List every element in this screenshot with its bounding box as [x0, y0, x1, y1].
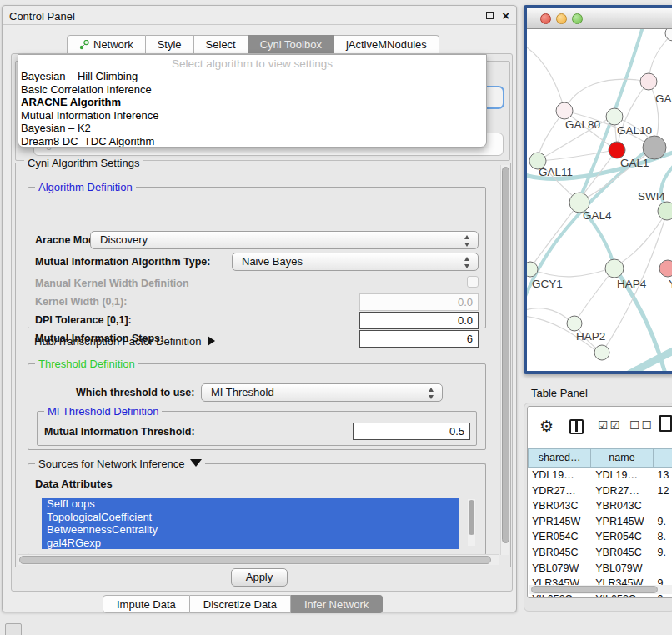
node-label: GAL — [655, 92, 672, 105]
kernel-width-field[interactable]: 0.0 — [359, 293, 479, 311]
node-hap4[interactable] — [605, 259, 624, 278]
zoom-traffic-light[interactable] — [572, 13, 583, 24]
close-window-icon[interactable]: × — [502, 8, 509, 22]
hub-definition-toggle[interactable]: Hub/Transcription Factor Definition — [34, 335, 215, 348]
cell: YBR043C — [528, 498, 591, 514]
network-canvas[interactable]: GAL GAL80 GAL10 GAL1 GAL11 SWI4 GAL4 GCY… — [527, 29, 672, 371]
sources-box: Sources for Network Inference Data Attri… — [28, 463, 486, 555]
mi-threshold-definition-box: MI Threshold Definition Mutual Informati… — [37, 411, 477, 446]
menu-item-bayesian-hill-climbing[interactable]: Bayesian – Hill Climbing — [18, 70, 486, 83]
aracne-mode-combo[interactable]: Discovery — [90, 231, 479, 249]
node-salmon[interactable] — [659, 260, 672, 277]
cell: YBL079W — [591, 561, 653, 577]
tab-style[interactable]: Style — [146, 35, 194, 54]
list-item-selfloops[interactable]: SelfLoops — [42, 498, 459, 511]
table-row[interactable]: YDL19… YDL19… 13 — [528, 468, 672, 483]
column-header-cut[interactable] — [654, 448, 672, 468]
column-header-name[interactable]: name — [591, 448, 653, 468]
dock-panel-icon[interactable] — [5, 623, 22, 635]
tab-infer-network[interactable]: Infer Network — [291, 595, 383, 613]
cell: YBR045C — [591, 545, 653, 561]
edge — [532, 202, 579, 266]
hub-definition-label: Hub/Transcription Factor Definition — [34, 335, 201, 348]
close-traffic-light[interactable] — [540, 13, 551, 24]
scrollbar-thumb[interactable] — [469, 500, 474, 535]
combo-arrows-icon — [429, 387, 434, 400]
attributes-list-scrollbar[interactable] — [468, 499, 475, 546]
control-panel-tabbar: Network Style Select Cyni Toolbox jActiv… — [67, 35, 439, 54]
node-swi4-neighbor[interactable] — [658, 202, 672, 220]
node-label: GAL1 — [620, 157, 649, 169]
float-window-icon[interactable] — [486, 12, 494, 19]
node-gal-pink[interactable] — [640, 73, 657, 90]
mi-threshold-field[interactable]: 0.5 — [353, 422, 470, 440]
tab-network[interactable]: Network — [67, 35, 146, 54]
node[interactable] — [665, 29, 672, 41]
mi-steps-field[interactable]: 6 — [359, 330, 479, 348]
tab-cyni-toolbox[interactable]: Cyni Toolbox — [248, 35, 334, 54]
table-row[interactable]: YER054C YER054C 8. — [528, 529, 672, 545]
desktop: Control Panel × Network Style Select Cy — [0, 0, 672, 635]
tab-impute-data[interactable]: Impute Data — [103, 595, 190, 613]
tab-select[interactable]: Select — [194, 35, 248, 54]
menu-item-mutual-information[interactable]: Mutual Information Inference — [18, 109, 486, 122]
scrollbar-thumb[interactable] — [531, 586, 658, 593]
select-all-checks-icon[interactable]: ☑☑ — [598, 418, 622, 432]
list-item-topologicalcoefficient[interactable]: TopologicalCoefficient — [42, 511, 459, 524]
scrollbar-thumb[interactable] — [502, 167, 509, 543]
data-attributes-list: SelfLoops TopologicalCoefficient Between… — [42, 498, 459, 549]
scrollbar-thumb[interactable] — [19, 556, 491, 564]
edge — [532, 269, 608, 277]
column-header-shared[interactable]: shared… — [528, 448, 591, 468]
gear-icon[interactable]: ⚙ — [539, 417, 554, 436]
list-item-gal4rgexp[interactable]: gal4RGexp — [42, 537, 459, 550]
tab-discretize-data[interactable]: Discretize Data — [190, 595, 291, 613]
dpi-tolerance-field[interactable]: 0.0 — [359, 312, 479, 329]
new-table-icon[interactable] — [659, 415, 672, 432]
menu-item-dream8[interactable]: Dream8 DC_TDC Algorithm — [18, 135, 486, 148]
node-gal10[interactable] — [606, 108, 623, 125]
menu-item-basic-correlation[interactable]: Basic Correlation Inference — [18, 83, 486, 97]
table-row[interactable]: YBL079W YBL079W — [528, 561, 672, 577]
table-header-row: shared… name — [528, 448, 672, 468]
menu-item-aracne[interactable]: ARACNE Algorithm — [18, 96, 486, 109]
table-row[interactable]: YPR145W YPR145W 9. — [528, 514, 672, 530]
node-gray[interactable] — [643, 136, 666, 159]
cell — [654, 498, 672, 514]
manual-kernel-checkbox[interactable] — [467, 276, 479, 288]
tab-style-label: Style — [158, 38, 182, 51]
table-row[interactable]: YBR045C YBR045C 9. — [528, 545, 672, 561]
mi-type-combo[interactable]: Naive Bayes — [232, 252, 479, 271]
table-row[interactable]: YDR27… YDR27… 12 — [528, 483, 672, 499]
collapsed-arrow-icon — [208, 336, 215, 346]
cell: YPR145W — [591, 514, 653, 530]
node-gal80[interactable] — [556, 102, 573, 119]
tab-infer-network-label: Infer Network — [304, 598, 369, 611]
node-hap2[interactable] — [567, 316, 582, 331]
algorithm-dropdown-popup: Select algorithm to view settings Bayesi… — [18, 54, 487, 148]
expanded-arrow-icon — [190, 459, 202, 467]
tab-jactivemnodules[interactable]: jActiveMNodules — [334, 35, 439, 54]
table-horizontal-scrollbar[interactable] — [529, 585, 672, 594]
node-label: GAL80 — [565, 118, 600, 131]
dpi-tolerance-label: DPI Tolerance [0,1]: — [35, 314, 132, 326]
node-label: GAL10 — [617, 124, 652, 137]
deselect-all-checks-icon[interactable]: ☐☐ — [629, 418, 654, 432]
settings-horizontal-scrollbar[interactable] — [18, 554, 499, 565]
table-row[interactable]: YBR043C YBR043C — [528, 498, 672, 514]
kernel-width-value: 0.0 — [458, 296, 473, 308]
sources-title-row[interactable]: Sources for Network Inference — [35, 458, 205, 470]
minimize-traffic-light[interactable] — [556, 13, 567, 24]
apply-button[interactable]: Apply — [231, 568, 288, 587]
tab-network-label: Network — [93, 38, 133, 51]
which-threshold-combo[interactable]: MI Threshold — [201, 383, 443, 402]
node-red-selected[interactable] — [609, 142, 625, 158]
list-item-betweennesscentrality[interactable]: BetweennessCentrality — [42, 523, 459, 537]
menu-item-bayesian-k2[interactable]: Bayesian – K2 — [18, 122, 486, 135]
columns-icon[interactable] — [569, 419, 584, 434]
tab-select-label: Select — [206, 38, 236, 51]
node-gcy1[interactable] — [527, 262, 538, 277]
bottom-tabbar: Impute Data Discretize Data Infer Networ… — [103, 595, 383, 613]
settings-vertical-scrollbar[interactable] — [500, 165, 509, 555]
node-bottom[interactable] — [594, 345, 609, 360]
